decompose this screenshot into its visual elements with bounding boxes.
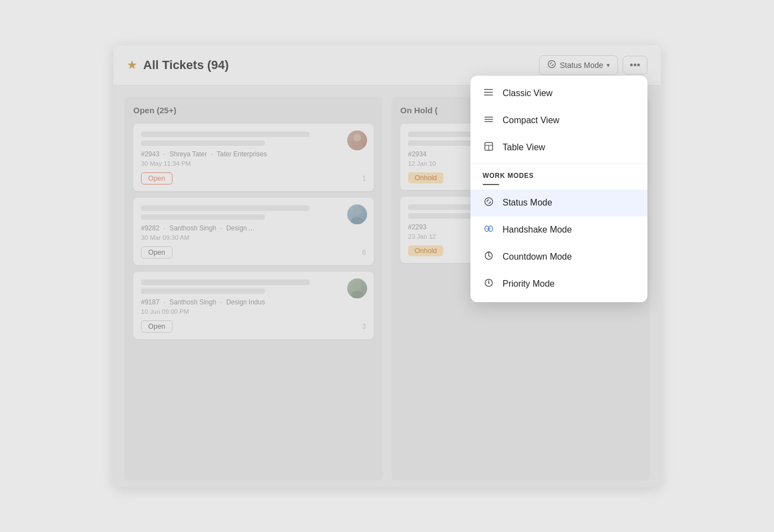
handshake-mode-label: Handshake Mode bbox=[503, 225, 572, 235]
menu-item-classic-view[interactable]: Classic View bbox=[470, 80, 647, 107]
svg-point-11 bbox=[484, 92, 485, 93]
menu-divider bbox=[470, 164, 647, 164]
svg-point-27 bbox=[488, 282, 490, 283]
menu-item-compact-view[interactable]: Compact View bbox=[470, 107, 647, 134]
svg-point-19 bbox=[485, 198, 493, 206]
status-mode-icon bbox=[483, 197, 495, 209]
list-icon bbox=[483, 87, 495, 100]
svg-line-24 bbox=[489, 256, 490, 257]
menu-item-table-view[interactable]: Table View bbox=[470, 134, 647, 161]
handshake-icon bbox=[483, 224, 495, 236]
priority-mode-label: Priority Mode bbox=[503, 279, 555, 289]
svg-point-10 bbox=[484, 89, 485, 90]
compact-icon bbox=[483, 114, 495, 127]
work-modes-section-label: WORK MODES bbox=[470, 166, 647, 183]
menu-item-handshake-mode[interactable]: Handshake Mode bbox=[470, 217, 647, 244]
priority-icon bbox=[483, 278, 495, 291]
menu-item-priority-mode[interactable]: Priority Mode bbox=[470, 271, 647, 298]
table-icon bbox=[483, 141, 495, 154]
menu-item-countdown-mode[interactable]: Countdown Mode bbox=[470, 244, 647, 271]
table-view-label: Table View bbox=[503, 143, 545, 152]
app-container: ★ All Tickets (94) Status Mode ▾ ••• bbox=[113, 45, 661, 487]
work-modes-divider bbox=[483, 184, 499, 185]
status-mode-label: Status Mode bbox=[503, 198, 552, 208]
svg-point-12 bbox=[484, 94, 485, 96]
dropdown-menu: Classic View Compact View bbox=[470, 76, 647, 302]
countdown-mode-label: Countdown Mode bbox=[503, 252, 572, 262]
compact-view-label: Compact View bbox=[503, 115, 559, 125]
countdown-icon bbox=[483, 251, 495, 264]
classic-view-label: Classic View bbox=[503, 88, 552, 98]
menu-item-status-mode[interactable]: Status Mode bbox=[470, 189, 647, 217]
